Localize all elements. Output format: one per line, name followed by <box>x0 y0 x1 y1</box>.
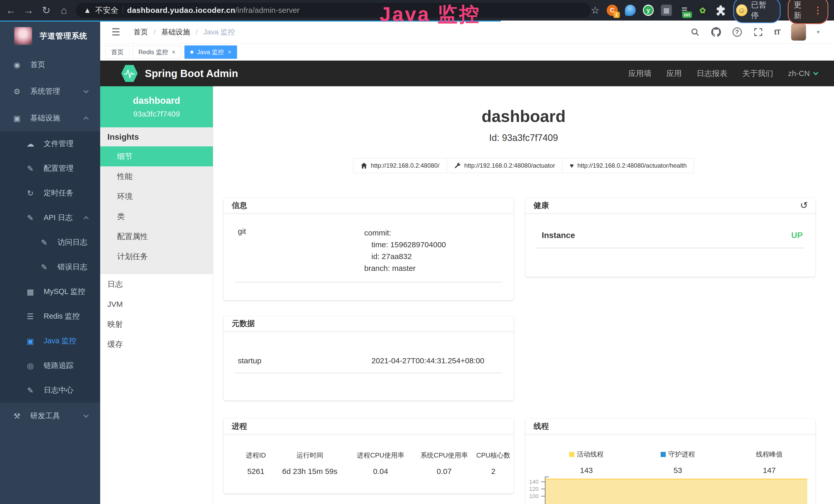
url-path: /infra/admin-server <box>235 6 300 15</box>
sba-nav-journal[interactable]: 日志报表 <box>697 68 727 79</box>
extension-grid-icon[interactable]: ▦ <box>661 5 672 16</box>
app-logo-row[interactable]: 芋道管理系统 <box>0 21 100 51</box>
sba-sidebar-item-mappings[interactable]: 映射 <box>100 314 213 334</box>
close-icon[interactable]: × <box>227 48 231 56</box>
breadcrumb-home[interactable]: 首页 <box>134 27 148 37</box>
page-instance-id: Id: 93a3fc7f7409 <box>213 133 834 143</box>
extension-y-icon[interactable]: y <box>643 5 654 16</box>
sidebar-item-config-management[interactable]: ✎ 配置管理 <box>0 156 100 181</box>
process-table-header: 进程ID 运行时间 进程CPU使用率 系统CPU使用率 CPU核心数 <box>238 451 514 460</box>
sba-brand-title: Spring Boot Admin <box>145 68 238 79</box>
spring-boot-admin-logo-icon <box>121 65 138 83</box>
sidebar-item-scheduled-jobs[interactable]: ↻ 定时任务 <box>0 181 100 205</box>
extension-list-icon[interactable]: ☰ on <box>679 5 690 16</box>
gear-icon: ⚙ <box>11 87 23 96</box>
sidebar-item-file-management[interactable]: ☁ 文件管理 <box>0 132 100 156</box>
address-bar[interactable]: ▲ 不安全 dashboard.yudao.iocoder.cn/infra/a… <box>76 3 591 18</box>
monitor-icon: ▣ <box>25 337 36 346</box>
browser-reload-button[interactable]: ↻ <box>40 3 53 17</box>
metadata-card: 元数据 startup 2021-04-27T00:44:31.254+08:0… <box>223 316 514 400</box>
sba-nav-wallboard[interactable]: 应用墙 <box>628 68 651 79</box>
process-table: 进程ID 运行时间 进程CPU使用率 系统CPU使用率 CPU核心数 5261 … <box>223 434 514 476</box>
tab-home[interactable]: 首页 <box>105 45 129 59</box>
fullscreen-icon[interactable] <box>753 27 763 37</box>
legend-peak-threads: 线程峰值 <box>724 450 815 459</box>
sba-sidebar-item-jvm[interactable]: JVM <box>100 294 213 314</box>
close-icon[interactable]: × <box>172 48 175 56</box>
threads-legend: 活动线程 守护进程 线程峰值 <box>525 434 815 459</box>
row-divider <box>235 282 502 282</box>
help-icon[interactable]: ? <box>732 27 742 37</box>
user-avatar[interactable] <box>791 24 806 41</box>
sidebar-item-log-center[interactable]: ✎ 日志中心 <box>0 378 100 403</box>
extension-pin-icon[interactable] <box>625 5 636 16</box>
sidebar-item-mysql-monitor[interactable]: ▦ MySQL 监控 <box>0 279 100 304</box>
heartbeat-icon: ♥ <box>570 162 574 170</box>
header-actions: ? tT ▾ <box>690 24 834 41</box>
sba-sidebar-item-logs[interactable]: 日志 <box>100 274 213 294</box>
extension-icon-1[interactable]: C 1 <box>607 5 617 16</box>
actuator-url-button[interactable]: http://192.168.0.2:48080/actuator <box>447 158 563 173</box>
app-sidebar: 芋道管理系统 ◉ 首页 ⚙ 系统管理 ▣ 基础设施 ☁ 文件管理 ✎ 配置管理 <box>0 21 100 504</box>
sba-nav-about[interactable]: 关于我们 <box>742 68 773 79</box>
log-icon: ✎ <box>39 263 50 272</box>
extensions-puzzle-icon[interactable] <box>715 5 726 16</box>
sba-sidebar-item-details[interactable]: 细节 <box>100 146 213 166</box>
github-icon[interactable] <box>711 27 721 37</box>
threads-area-chart: 140 120 100 <box>525 477 815 504</box>
sba-sidebar-item-caches[interactable]: 缓存 <box>100 334 213 354</box>
active-tab-dot-icon <box>190 51 193 54</box>
tab-redis-monitor[interactable]: Redis 监控 × <box>133 45 181 59</box>
sidebar-item-trace[interactable]: ◎ 链路追踪 <box>0 353 100 378</box>
page-title: dashboard <box>213 107 834 126</box>
sidebar-item-access-logs[interactable]: ✎ 访问日志 <box>0 230 100 255</box>
instance-header[interactable]: dashboard 93a3fc7f7409 <box>100 86 213 127</box>
sba-sidebar-item-environment[interactable]: 环境 <box>100 186 213 206</box>
infrastructure-submenu: ☁ 文件管理 ✎ 配置管理 ↻ 定时任务 ✎ API 日志 ✎ 访问日志 ✎ <box>0 132 100 403</box>
sba-content: dashboard Id: 93a3fc7f7409 http://192.16… <box>213 86 834 504</box>
info-value: commit: time: 1596289704000 id: 27aa832 … <box>364 227 446 274</box>
sba-language-select[interactable]: zh-CN <box>788 69 817 78</box>
sba-sidebar-item-scheduled-tasks[interactable]: 计划任务 <box>100 247 213 267</box>
metadata-key: startup <box>238 357 371 365</box>
extension-leaf-icon[interactable]: ✿ <box>697 5 708 16</box>
y-tick-120: 120 <box>525 486 539 492</box>
browser-home-button[interactable]: ⌂ <box>57 3 71 17</box>
row-divider <box>235 373 502 373</box>
sba-sidebar-item-metrics[interactable]: 性能 <box>100 166 213 186</box>
sba-topbar: Spring Boot Admin 应用墙 应用 日志报表 关于我们 zh-CN <box>100 61 834 86</box>
health-row-label: Instance <box>542 231 575 240</box>
update-label: 更新 <box>794 0 808 21</box>
sba-sidebar: dashboard 93a3fc7f7409 Insights 细节 性能 环境… <box>100 86 213 504</box>
url-host: dashboard.yudao.iocoder.cn <box>127 6 235 15</box>
browser-back-button[interactable]: ← <box>4 3 18 17</box>
font-size-icon[interactable]: tT <box>774 28 780 37</box>
profile-paused-badge[interactable]: ☺ 已暂停 <box>733 0 781 23</box>
sidebar-item-error-logs[interactable]: ✎ 错误日志 <box>0 255 100 279</box>
health-url-button[interactable]: ♥ http://192.168.0.2:48080/actuator/heal… <box>562 158 694 173</box>
sidebar-item-java-monitor[interactable]: ▣ Java 监控 <box>0 329 100 353</box>
sidebar-item-system-management[interactable]: ⚙ 系统管理 <box>0 78 100 105</box>
sidebar-item-redis-monitor[interactable]: ☰ Redis 监控 <box>0 304 100 329</box>
sba-sidebar-item-classes[interactable]: 类 <box>100 206 213 226</box>
sidebar-collapse-icon[interactable]: ☰ <box>111 26 120 38</box>
browser-update-button[interactable]: 更新 ⋮ <box>788 0 828 24</box>
bookmark-star-icon[interactable]: ☆ <box>591 5 599 16</box>
process-card-title: 进程 <box>223 418 514 434</box>
sba-nav-applications[interactable]: 应用 <box>666 68 682 79</box>
browser-forward-button[interactable]: → <box>22 3 36 17</box>
tab-java-monitor[interactable]: Java 监控 × <box>184 45 237 59</box>
sidebar-item-dev-tools[interactable]: ⚒ 研发工具 <box>0 403 100 429</box>
sidebar-item-api-logs[interactable]: ✎ API 日志 <box>0 205 100 230</box>
service-url-button[interactable]: http://192.168.0.2:48080/ <box>353 158 447 173</box>
info-card: 信息 git commit: time: 1596289704000 id: 2… <box>223 198 514 300</box>
sba-sidebar-item-config-props[interactable]: 配置属性 <box>100 226 213 247</box>
dashboard-icon: ◉ <box>11 60 23 69</box>
sidebar-item-home[interactable]: ◉ 首页 <box>0 51 100 78</box>
search-icon[interactable] <box>690 27 700 37</box>
avatar-caret-icon[interactable]: ▾ <box>817 29 820 36</box>
sidebar-item-infrastructure[interactable]: ▣ 基础设施 <box>0 105 100 132</box>
info-git-row: git commit: time: 1596289704000 id: 27aa… <box>223 214 514 274</box>
breadcrumb-infrastructure[interactable]: 基础设施 <box>161 27 190 37</box>
history-icon[interactable]: ↺ <box>800 200 808 211</box>
